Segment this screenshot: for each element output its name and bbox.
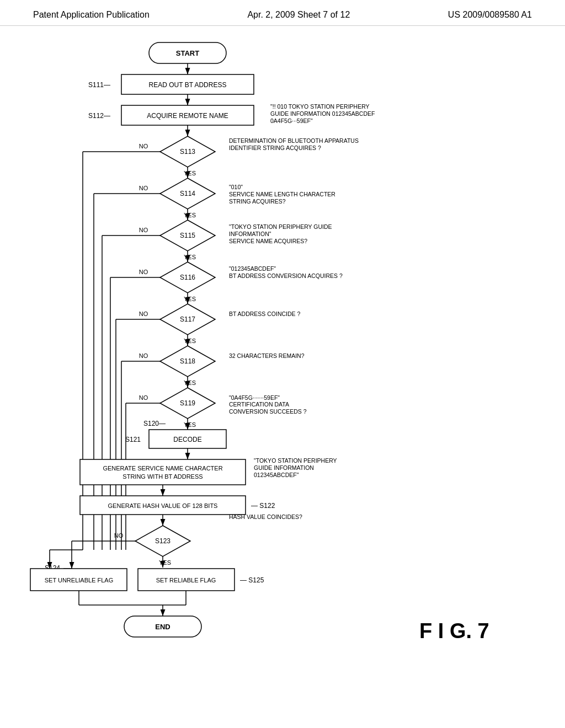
svg-text:SET UNRELIABLE FLAG: SET UNRELIABLE FLAG [45,577,114,584]
svg-text:S112—: S112— [88,112,110,120]
svg-text:READ OUT BT ADDRESS: READ OUT BT ADDRESS [149,81,227,89]
svg-text:"TOKYO STATION PERIPHERY GUIDE: "TOKYO STATION PERIPHERY GUIDE [229,223,332,230]
svg-text:S113: S113 [180,148,195,156]
diagram-area: START READ OUT BT ADDRESS S111— ACQUIRE … [0,26,565,710]
svg-text:CERTIFICATION DATA: CERTIFICATION DATA [229,401,289,408]
svg-text:STRING ACQUIRES?: STRING ACQUIRES? [229,198,286,205]
header-right: US 2009/0089580 A1 [448,10,532,20]
svg-text:S118: S118 [180,357,195,365]
svg-text:CONVERSION SUCCEEDS ?: CONVERSION SUCCEEDS ? [229,408,307,415]
svg-text:INFORMATION": INFORMATION" [229,231,271,237]
page-header: Patent Application Publication Apr. 2, 2… [0,0,565,26]
svg-text:"!! 010 TOKYO STATION PERIPHER: "!! 010 TOKYO STATION PERIPHERY [270,103,370,110]
svg-text:GENERATE SERVICE NAME CHARACTE: GENERATE SERVICE NAME CHARACTER [103,465,222,472]
svg-text:YES: YES [184,421,196,428]
svg-text:NO: NO [114,532,124,539]
svg-text:GUIDE INFORMATION: GUIDE INFORMATION [254,464,314,471]
svg-text:S115: S115 [180,232,195,239]
svg-rect-84 [80,459,246,485]
svg-text:BT ADDRESS CONVERSION ACQUIRES: BT ADDRESS CONVERSION ACQUIRES ? [229,272,343,279]
svg-text:32 CHARACTERS REMAIN?: 32 CHARACTERS REMAIN? [229,352,305,359]
svg-text:IDENTIFIER STRING ACQUIRES ?: IDENTIFIER STRING ACQUIRES ? [229,144,321,151]
svg-text:DETERMINATION OF BLUETOOTH APP: DETERMINATION OF BLUETOOTH APPARATUS [229,137,359,144]
svg-text:ACQUIRE REMOTE NAME: ACQUIRE REMOTE NAME [147,112,228,120]
svg-text:END: END [155,623,170,631]
svg-text:— S125: — S125 [240,576,264,584]
svg-text:NO: NO [139,185,148,191]
svg-text:SET RELIABLE FLAG: SET RELIABLE FLAG [156,577,216,584]
svg-text:NO: NO [139,352,148,359]
svg-text:NO: NO [139,269,148,275]
svg-text:START: START [176,49,199,57]
svg-text:"010": "010" [229,184,243,190]
svg-text:NO: NO [139,311,148,317]
svg-text:"012345ABCDEF": "012345ABCDEF" [229,265,276,272]
svg-text:012345ABCDEF": 012345ABCDEF" [254,472,299,478]
svg-text:STRING WITH BT ADDRESS: STRING WITH BT ADDRESS [122,473,202,480]
svg-text:S117: S117 [180,315,195,323]
svg-text:F I G. 7: F I G. 7 [419,619,489,643]
svg-text:GUIDE INFORMATION 012345ABCDEF: GUIDE INFORMATION 012345ABCDEF [270,110,375,117]
flowchart-svg: START READ OUT BT ADDRESS S111— ACQUIRE … [0,26,565,710]
svg-text:YES: YES [159,559,171,566]
svg-text:S123: S123 [155,537,170,545]
svg-text:YES: YES [184,338,196,344]
svg-text:S120—: S120— [143,420,166,427]
svg-text:S116: S116 [180,274,195,281]
svg-text:YES: YES [184,379,196,386]
header-left: Patent Application Publication [33,10,150,20]
svg-text:"TOKYO STATION PERIPHERY: "TOKYO STATION PERIPHERY [254,457,337,464]
svg-text:— S122: — S122 [251,502,275,510]
svg-text:BT ADDRESS COINCIDE ?: BT ADDRESS COINCIDE ? [229,311,300,317]
svg-text:GENERATE HASH VALUE OF 128 BIT: GENERATE HASH VALUE OF 128 BITS [108,502,218,509]
svg-text:YES: YES [184,170,196,176]
svg-text:YES: YES [184,296,196,302]
svg-text:SERVICE NAME LENGTH CHARACTER: SERVICE NAME LENGTH CHARACTER [229,191,335,197]
svg-text:S119: S119 [180,399,195,407]
header-center: Apr. 2, 2009 Sheet 7 of 12 [247,10,350,20]
svg-text:HASH VALUE COINCIDES?: HASH VALUE COINCIDES? [229,513,302,520]
svg-text:YES: YES [184,212,196,218]
svg-text:S114: S114 [180,190,195,197]
svg-text:"0A4F5G·······59EF": "0A4F5G·······59EF" [229,394,280,401]
svg-text:NO: NO [139,227,148,233]
svg-text:DECODE: DECODE [173,436,201,443]
svg-text:SERVICE NAME ACQUIRES?: SERVICE NAME ACQUIRES? [229,238,307,244]
svg-text:S121: S121 [125,436,141,443]
svg-text:YES: YES [184,254,196,260]
svg-text:NO: NO [139,394,148,401]
svg-text:S111—: S111— [88,81,110,89]
svg-text:NO: NO [139,143,148,149]
svg-text:0A4F5G···59EF": 0A4F5G···59EF" [270,117,313,124]
